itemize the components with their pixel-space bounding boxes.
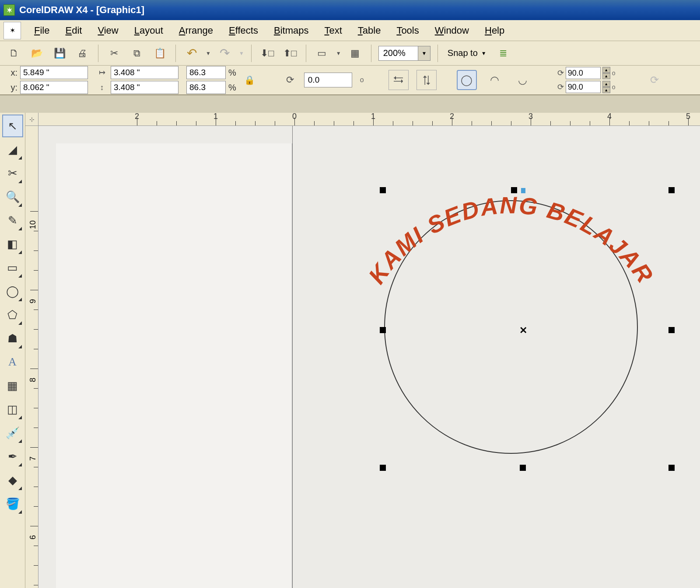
clockwise-button[interactable]: ⟳ xyxy=(644,70,665,90)
new-button[interactable]: 🗋 xyxy=(5,45,23,62)
wrap-arc2-button[interactable]: ◡ xyxy=(513,70,533,90)
selection-handle-bl[interactable] xyxy=(380,465,386,471)
selection-handle-tr[interactable] xyxy=(668,187,675,193)
undo-button[interactable]: ↶ xyxy=(183,45,200,62)
export-button[interactable]: ⬆□ xyxy=(281,45,299,62)
options-button[interactable]: ≣ xyxy=(494,45,512,62)
menu-help[interactable]: Help xyxy=(477,23,512,38)
undo-dropdown-icon[interactable]: ▼ xyxy=(206,50,211,56)
dup-x-icon: ⟳ xyxy=(557,68,564,78)
fill-tool[interactable]: ◆ xyxy=(2,469,23,491)
selection-handle-ml[interactable] xyxy=(380,327,386,333)
property-bar: x: y: ↦ ↕ % % 🔒 ⟳ 0.0 o ⮀ ⮁ ◯ ◠ ◡ ⟳ ▲▲ o… xyxy=(0,66,700,95)
page-area xyxy=(56,143,292,588)
app-launcher-button[interactable]: ▭ xyxy=(313,45,331,62)
selection-handle-br[interactable] xyxy=(668,465,675,471)
crop-tool[interactable]: ✂ xyxy=(2,162,23,184)
freehand-tool[interactable]: ✎ xyxy=(2,209,23,232)
menu-tools[interactable]: Tools xyxy=(388,23,427,38)
mirror-v-button[interactable]: ⮁ xyxy=(416,70,437,90)
chevron-down-icon[interactable]: ▼ xyxy=(418,46,430,60)
wrap-arc-button[interactable]: ◠ xyxy=(485,70,505,90)
copy-button[interactable]: ⧉ xyxy=(128,45,146,62)
outline-tool[interactable]: ✒ xyxy=(2,445,23,468)
smart-fill-tool[interactable]: ◧ xyxy=(2,233,23,255)
zoom-select[interactable]: 200% ▼ xyxy=(378,46,430,61)
launcher-dropdown-icon[interactable]: ▼ xyxy=(336,50,341,56)
ellipse-tool[interactable]: ◯ xyxy=(2,280,23,303)
menu-effects[interactable]: Effects xyxy=(221,23,266,38)
text-tool[interactable]: A xyxy=(2,351,23,373)
welcome-button[interactable]: ▦ xyxy=(346,45,364,62)
percent-label: % xyxy=(228,83,236,93)
selection-center-marker[interactable]: ✕ xyxy=(519,325,527,336)
rotate-icon: ⟳ xyxy=(284,74,296,86)
percent-label: % xyxy=(228,68,236,78)
wrap-pie-button[interactable]: ◯ xyxy=(457,70,477,90)
zoom-tool[interactable]: 🔍 xyxy=(2,185,23,208)
menu-edit[interactable]: Edit xyxy=(57,23,90,38)
mirror-h-button[interactable]: ⮀ xyxy=(388,70,409,90)
menu-window[interactable]: Window xyxy=(427,23,477,38)
menu-arrange[interactable]: Arrange xyxy=(171,23,221,38)
menu-layout[interactable]: Layout xyxy=(126,23,171,38)
interactive-fill-tool[interactable]: 🪣 xyxy=(2,492,23,515)
menu-table[interactable]: Table xyxy=(350,23,389,38)
scale-x-input[interactable] xyxy=(186,66,226,79)
snap-to-menu[interactable]: Snap to ▼ xyxy=(445,48,489,58)
ruler-origin[interactable]: ⊹ xyxy=(25,113,38,126)
page-edge-line xyxy=(292,126,293,588)
table-tool[interactable]: ▦ xyxy=(2,374,23,397)
selection-handle-tm[interactable] xyxy=(511,187,517,193)
horizontal-ruler[interactable]: 21012345 xyxy=(38,113,700,126)
selection-handle-mr[interactable] xyxy=(668,327,675,333)
menu-file[interactable]: File xyxy=(26,23,57,38)
menu-bar: ✶ FileEditViewLayoutArrangeEffectsBitmap… xyxy=(0,20,700,41)
cut-button[interactable]: ✂ xyxy=(105,45,123,62)
width-icon: ↦ xyxy=(96,66,108,79)
paste-button[interactable]: 📋 xyxy=(151,45,168,62)
menu-view[interactable]: View xyxy=(90,23,126,38)
zoom-value: 200% xyxy=(379,48,418,58)
open-button[interactable]: 📂 xyxy=(28,45,46,62)
rotation-input[interactable]: 0.0 xyxy=(304,73,352,87)
import-button[interactable]: ⬇□ xyxy=(259,45,276,62)
redo-button: ↷ xyxy=(216,45,234,62)
canvas-area: ⊹ 21012345 109876 KAMI SEDANG BELAJAR ✕ xyxy=(25,113,700,588)
eyedropper-tool[interactable]: 💉 xyxy=(2,421,23,444)
save-button[interactable]: 💾 xyxy=(51,45,68,62)
x-input[interactable] xyxy=(20,66,88,79)
interactive-tool[interactable]: ◫ xyxy=(2,398,23,421)
dup-y-icon: ⟳ xyxy=(557,82,564,92)
selection-handle-tl[interactable] xyxy=(380,187,386,193)
print-button[interactable]: 🖨 xyxy=(74,45,91,62)
degree-label: o xyxy=(360,76,364,84)
menu-text[interactable]: Text xyxy=(316,23,350,38)
vertical-ruler[interactable]: 109876 xyxy=(25,126,38,588)
height-input[interactable] xyxy=(111,81,178,94)
canvas[interactable]: KAMI SEDANG BELAJAR ✕ xyxy=(38,126,700,588)
pick-tool[interactable]: ↖ xyxy=(2,115,23,137)
app-icon: ✶ xyxy=(4,4,15,16)
end-angle-input[interactable] xyxy=(566,81,601,93)
work-area: ↖ ◢ ✂ 🔍 ✎ ◧ ▭ ◯ ⬠ ☗ A ▦ ◫ 💉 ✒ ◆ 🪣 ⊹ 2101… xyxy=(0,113,700,588)
shape-tool[interactable]: ◢ xyxy=(2,138,23,161)
ellipse-object[interactable] xyxy=(384,200,638,454)
start-angle-input[interactable] xyxy=(566,67,601,79)
rotation-marker[interactable] xyxy=(521,188,525,193)
selection-handle-bm[interactable] xyxy=(520,465,526,471)
lock-ratio-button[interactable]: 🔒 xyxy=(244,75,255,85)
spinner[interactable]: ▲▲ xyxy=(602,81,610,93)
height-icon: ↕ xyxy=(96,81,108,94)
rectangle-tool[interactable]: ▭ xyxy=(2,256,23,279)
standard-toolbar: 🗋 📂 💾 🖨 ✂ ⧉ 📋 ↶ ▼ ↷ ▼ ⬇□ ⬆□ ▭ ▼ ▦ 200% ▼… xyxy=(0,41,700,66)
menu-bitmaps[interactable]: Bitmaps xyxy=(266,23,316,38)
title-bar: ✶ CorelDRAW X4 - [Graphic1] xyxy=(0,0,700,20)
document-icon[interactable]: ✶ xyxy=(4,22,21,39)
scale-y-input[interactable] xyxy=(186,81,226,94)
polygon-tool[interactable]: ⬠ xyxy=(2,303,23,326)
width-input[interactable] xyxy=(111,66,178,79)
y-input[interactable] xyxy=(20,81,88,94)
basic-shapes-tool[interactable]: ☗ xyxy=(2,327,23,350)
spinner[interactable]: ▲▲ xyxy=(602,67,610,79)
